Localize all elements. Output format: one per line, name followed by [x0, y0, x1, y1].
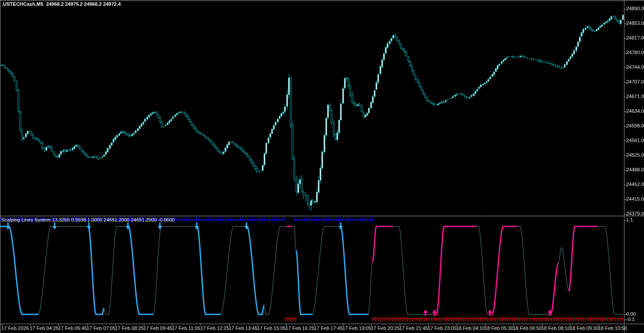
price-axis-label: 24561.0 [626, 138, 644, 143]
time-axis-label: 17 Feb 17:45 [314, 325, 343, 331]
time-axis-label: 17 Feb 13:45 [229, 325, 258, 331]
price-axis-label: 24379.0 [626, 211, 644, 216]
time-axis-label: 17 Feb 05:45 [58, 325, 87, 331]
indicator-axis-label: -0.1 [626, 317, 635, 322]
indicator-axis[interactable] [624, 216, 644, 324]
time-axis-label: 18 Feb 05:30 [485, 325, 513, 331]
price-axis-label: 24452.0 [626, 182, 644, 187]
price-axis-label: 24744.0 [626, 64, 644, 70]
price-axis-label: 24671.0 [626, 94, 644, 99]
price-axis-label: 24634.0 [626, 108, 644, 114]
time-axis-label: 17 Feb 09:45 [143, 325, 172, 331]
time-axis-label: 17 Feb 2026 [1, 325, 29, 331]
time-axis-label: 18 Feb 08:10 [541, 325, 570, 331]
indicator-axis-label: 0.00 [626, 311, 636, 317]
price-axis-label: 24488.0 [626, 167, 644, 172]
chart-title: .USTECHCash,M5 24968.2 24975.2 24966.2 2… [2, 1, 121, 7]
indicator-axis-label: 1.1 [626, 217, 633, 222]
time-axis-label: 17 Feb 19:05 [342, 325, 371, 331]
time-axis-label: 17 Feb 15:05 [257, 325, 286, 331]
price-axis-label: 24707.0 [626, 79, 644, 84]
price-axis-label: 24525.0 [626, 152, 644, 158]
price-axis-label: 24890.0 [626, 6, 644, 11]
time-axis-label: 17 Feb 20:25 [371, 325, 400, 331]
indicator-label: Scalping Lines System 13.3265 0.9938 1.0… [1, 217, 175, 222]
time-axis-label: 17 Feb 04:25 [30, 325, 59, 331]
time-axis-label: 18 Feb 10:50 [598, 325, 627, 331]
time-axis-label: 17 Feb 08:25 [115, 325, 144, 331]
time-axis-label: 17 Feb 23:05 [428, 325, 457, 331]
terminal-chart-window: .USTECHCash,M5 24968.2 24975.2 24966.2 2… [0, 0, 644, 333]
time-axis-label: 18 Feb 04:10 [456, 325, 485, 331]
chart-canvas[interactable] [0, 0, 644, 333]
time-axis-label: 17 Feb 07:05 [87, 325, 115, 331]
time-axis-label: 17 Feb 21:45 [399, 325, 428, 331]
price-axis-label: 24415.0 [626, 196, 644, 202]
price-axis-label: 24817.0 [626, 35, 644, 40]
time-axis-label: 17 Feb 11:05 [172, 325, 200, 331]
time-axis-label: 18 Feb 06:50 [513, 325, 542, 331]
time-axis-label: 18 Feb 09:30 [570, 325, 599, 331]
time-axis-label: 17 Feb 12:25 [200, 325, 229, 331]
price-axis-label: 24780.0 [626, 50, 644, 55]
price-axis-label: 24853.0 [626, 20, 644, 26]
price-axis-label: 24598.0 [626, 123, 644, 128]
time-axis-label: 17 Feb 16:25 [286, 325, 314, 331]
